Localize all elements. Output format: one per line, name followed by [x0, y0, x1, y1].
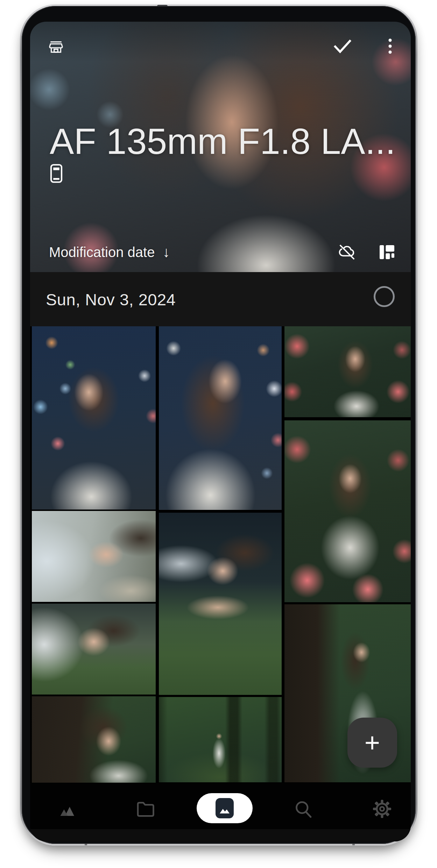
photo-thumbnail[interactable] [284, 420, 411, 602]
nav-gallery-active[interactable] [197, 793, 253, 823]
screenshot-canvas: AF 135mm F1.8 LA... Modification date ↓ [0, 0, 437, 868]
select-button[interactable] [332, 38, 353, 54]
phone-bezel: AF 135mm F1.8 LA... Modification date ↓ [22, 6, 416, 844]
add-button[interactable]: + [347, 718, 397, 768]
kebab-menu-icon [385, 36, 395, 56]
gesture-area [30, 829, 411, 841]
photo-thumbnail[interactable] [32, 511, 156, 602]
cloud-sync-button[interactable] [337, 243, 357, 261]
mosaic-layout-icon [379, 244, 395, 261]
sort-selector[interactable]: Modification date ↓ [49, 244, 170, 261]
photo-thumbnail[interactable] [32, 696, 156, 783]
album-hero-image: AF 135mm F1.8 LA... Modification date ↓ [30, 22, 411, 273]
toolbar-icons [337, 243, 395, 261]
smartphone-icon [50, 164, 63, 183]
sort-label: Modification date [49, 244, 155, 260]
album-title: AF 135mm F1.8 LA... [50, 121, 400, 162]
nav-albums[interactable] [135, 798, 156, 819]
folder-icon [135, 798, 156, 819]
plus-icon: + [365, 728, 380, 757]
section-select-circle[interactable] [374, 286, 395, 307]
date-label: Sun, Nov 3, 2024 [46, 290, 176, 309]
photo-thumbnail[interactable] [159, 697, 282, 782]
photo-thumbnail[interactable] [284, 326, 411, 417]
photo-thumbnail[interactable] [159, 326, 282, 510]
phone-frame: AF 135mm F1.8 LA... Modification date ↓ [20, 4, 417, 846]
mountains-icon [57, 798, 78, 819]
storefront-icon [48, 39, 64, 55]
overflow-menu-button[interactable] [385, 36, 395, 56]
sort-direction-icon: ↓ [162, 244, 170, 261]
nav-settings[interactable] [372, 798, 393, 819]
date-section-header: Sun, Nov 3, 2024 [30, 272, 411, 326]
photo-frame-icon [216, 798, 234, 818]
nav-collection[interactable] [57, 798, 78, 819]
photo-thumbnail[interactable] [159, 513, 282, 695]
nav-search[interactable] [293, 798, 314, 819]
photo-thumbnail[interactable] [32, 326, 156, 510]
layout-toggle-button[interactable] [379, 244, 395, 261]
check-icon [332, 38, 353, 54]
gear-icon [372, 798, 393, 819]
photo-thumbnail[interactable] [32, 604, 156, 695]
toolbar-row: Modification date ↓ [49, 242, 395, 262]
app-screen: AF 135mm F1.8 LA... Modification date ↓ [30, 22, 411, 841]
magnifier-icon [293, 798, 314, 819]
cloud-off-icon [337, 243, 357, 261]
storefront-button[interactable] [48, 39, 64, 55]
